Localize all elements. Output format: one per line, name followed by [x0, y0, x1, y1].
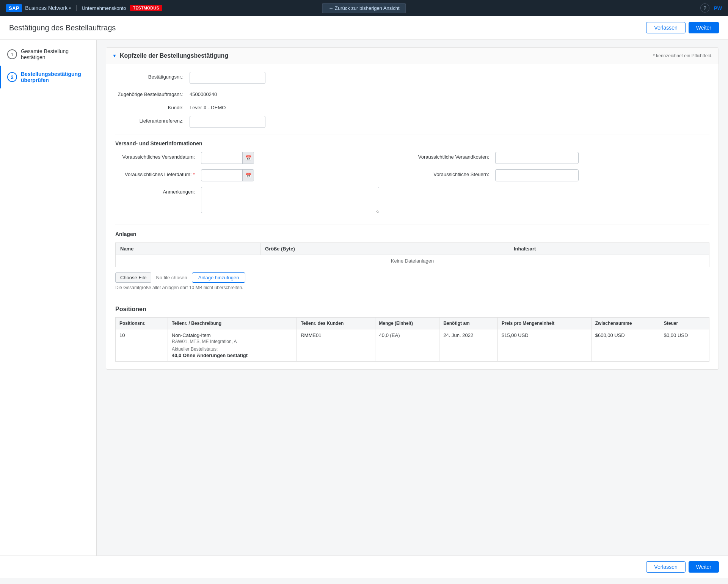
- collapse-icon[interactable]: ▼: [112, 53, 117, 58]
- choose-file-button[interactable]: Choose File: [115, 272, 151, 283]
- sidebar-item-step2[interactable]: 2 Bestellungsbestätigung überprüfen: [0, 66, 96, 88]
- confirmation-nr-input[interactable]: [190, 72, 265, 84]
- top-navigation: SAP Business Network ▾ | Unternehmenskon…: [0, 0, 728, 16]
- header-buttons: Verlassen Weiter: [646, 22, 719, 33]
- col-quantity: Menge (Einheit): [375, 318, 439, 329]
- attachments-title: Anlagen: [115, 231, 709, 237]
- add-attachment-button[interactable]: Anlage hinzufügen: [192, 272, 246, 283]
- form-row-ship-date: Voraussichtliches Versanddatum: 📅: [115, 152, 379, 164]
- file-size-note: Die Gesamtgröße aller Anlagen darf 10 MB…: [115, 285, 709, 290]
- col-pos-nr: Positionsnr.: [116, 318, 168, 329]
- att-col-type: Inhaltsart: [509, 243, 709, 255]
- part-desc-cell: Non-Catalog-Item RAW01, MTS, ME Integrat…: [168, 329, 297, 362]
- table-row: 10 Non-Catalog-Item RAW01, MTS, ME Integ…: [116, 329, 709, 362]
- back-button[interactable]: ← Zurück zur bisherigen Ansicht: [322, 3, 406, 13]
- pos-nr-cell: 10: [116, 329, 168, 362]
- shipping-left-col: Voraussichtliches Versanddatum: 📅 Voraus…: [115, 152, 379, 219]
- ship-date-label: Voraussichtliches Versanddatum:: [115, 152, 195, 160]
- quantity-cell: 40,0 (EA): [375, 329, 439, 362]
- form-row-taxes: Voraussichtliche Steuern:: [402, 169, 579, 181]
- delivery-date-calendar-icon[interactable]: 📅: [242, 170, 254, 181]
- ship-costs-input[interactable]: [495, 152, 579, 164]
- form-row-supplier-ref: Lieferantenreferenz:: [115, 116, 709, 128]
- customer-part-cell: RMME01: [297, 329, 375, 362]
- sidebar: 1 Gesamte Bestellung bestätigen 2 Bestel…: [0, 40, 97, 556]
- status-label: Aktueller Bestellstatus:: [172, 346, 293, 352]
- subtotal-cell: $600,00 USD: [591, 329, 660, 362]
- app-name: Business Network: [25, 5, 67, 11]
- account-label: Unternehmenskonto: [82, 5, 126, 11]
- form-row-ship-costs: Voraussichtliche Versandkosten:: [402, 152, 579, 164]
- confirmation-nr-label: Bestätigungsnr.:: [115, 72, 184, 80]
- nav-right-icons: ? PW: [700, 3, 722, 13]
- section-title: Kopfzeile der Bestellungsbestätigung: [120, 52, 228, 59]
- supplier-ref-label: Lieferantenreferenz:: [115, 116, 184, 124]
- form-row-customer: Kunde: Lever X - DEMO: [115, 102, 709, 110]
- sap-logo: SAP: [6, 4, 22, 12]
- help-icon[interactable]: ?: [700, 3, 709, 13]
- file-upload-row: Choose File No file chosen Anlage hinzuf…: [115, 272, 709, 283]
- taxes-input[interactable]: [495, 169, 579, 181]
- shipping-two-col: Voraussichtliches Versanddatum: 📅 Voraus…: [115, 152, 709, 219]
- notes-textarea[interactable]: [201, 187, 379, 213]
- next-button-top[interactable]: Weiter: [689, 22, 719, 33]
- user-avatar[interactable]: PW: [714, 5, 722, 11]
- col-tax: Steuer: [660, 318, 709, 329]
- price-cell: $15,00 USD: [497, 329, 591, 362]
- col-needed-by: Benötigt am: [439, 318, 498, 329]
- file-name-text: No file chosen: [156, 275, 187, 280]
- att-no-files-cell: Keine Dateianlagen: [116, 255, 709, 267]
- col-customer-part: Teilenr. des Kunden: [297, 318, 375, 329]
- col-subtotal: Zwischensumme: [591, 318, 660, 329]
- order-nr-label: Zugehörige Bestellauftragsnr.:: [115, 89, 184, 97]
- next-button-bottom[interactable]: Weiter: [689, 561, 719, 573]
- customer-value: Lever X - DEMO: [190, 102, 226, 110]
- status-value: 40,0 Ohne Änderungen bestätigt: [172, 353, 293, 358]
- step2-label: Bestellungsbestätigung überprüfen: [21, 71, 90, 83]
- supplier-ref-input[interactable]: [190, 116, 265, 128]
- section-header-left: ▼ Kopfzeile der Bestellungsbestätigung: [112, 52, 228, 59]
- step1-circle: 1: [7, 49, 17, 59]
- col-price: Preis pro Mengeneinheit: [497, 318, 591, 329]
- form-row-delivery-date: Voraussichtliches Lieferdatum: 📅: [115, 169, 379, 181]
- form-row-confirmation-nr: Bestätigungsnr.:: [115, 72, 709, 84]
- part-name: Non-Catalog-Item: [172, 332, 293, 338]
- footer-buttons: Verlassen Weiter: [0, 556, 728, 578]
- order-nr-value: 4500000240: [190, 89, 217, 97]
- required-note: * kennzeichnet ein Pflichtfeld.: [653, 53, 712, 58]
- att-col-name: Name: [116, 243, 260, 255]
- leave-button-top[interactable]: Verlassen: [646, 22, 685, 33]
- ship-costs-label: Voraussichtliche Versandkosten:: [402, 152, 489, 160]
- nav-separator: |: [75, 5, 77, 11]
- page-title: Bestätigung des Bestellauftrags: [9, 24, 116, 32]
- step2-circle: 2: [7, 72, 17, 82]
- ship-date-calendar-icon[interactable]: 📅: [242, 152, 254, 164]
- sidebar-item-step1[interactable]: 1 Gesamte Bestellung bestätigen: [0, 43, 96, 66]
- app-name-dropdown-icon[interactable]: ▾: [69, 6, 71, 10]
- part-sub: RAW01, MTS, ME Integration, A: [172, 339, 293, 344]
- form-row-order-nr: Zugehörige Bestellauftragsnr.: 450000024…: [115, 89, 709, 97]
- tax-cell: $0,00 USD: [660, 329, 709, 362]
- col-part-desc: Teilenr. / Beschreibung: [168, 318, 297, 329]
- ship-date-input[interactable]: [201, 154, 242, 162]
- taxes-label: Voraussichtliche Steuern:: [402, 169, 489, 177]
- content-area: ▼ Kopfzeile der Bestellungsbestätigung *…: [97, 40, 728, 556]
- section-header: ▼ Kopfzeile der Bestellungsbestätigung *…: [106, 48, 719, 64]
- form-row-notes: Anmerkungen:: [115, 187, 379, 213]
- att-no-files-row: Keine Dateianlagen: [116, 255, 709, 267]
- positions-title: Positionen: [115, 306, 709, 313]
- shipping-section-title: Versand- und Steuerinformationen: [115, 140, 709, 146]
- delivery-date-input-wrap: 📅: [201, 169, 254, 181]
- delivery-date-input[interactable]: [201, 171, 242, 180]
- needed-by-cell: 24. Jun. 2022: [439, 329, 498, 362]
- shipping-right-col: Voraussichtliche Versandkosten: Voraussi…: [402, 152, 579, 187]
- main-layout: 1 Gesamte Bestellung bestätigen 2 Bestel…: [0, 40, 728, 556]
- ship-date-input-wrap: 📅: [201, 152, 254, 164]
- attachments-table: Name Größe (Byte) Inhaltsart Keine Datei…: [115, 242, 709, 267]
- page-header: Bestätigung des Bestellauftrags Verlasse…: [0, 16, 728, 40]
- section-card: ▼ Kopfzeile der Bestellungsbestätigung *…: [106, 47, 719, 370]
- leave-button-bottom[interactable]: Verlassen: [646, 561, 685, 573]
- attachments-section: Anlagen Name Größe (Byte) Inhaltsart Kei…: [115, 231, 709, 290]
- positions-table: Positionsnr. Teilenr. / Beschreibung Tei…: [115, 317, 709, 362]
- att-col-size: Größe (Byte): [260, 243, 509, 255]
